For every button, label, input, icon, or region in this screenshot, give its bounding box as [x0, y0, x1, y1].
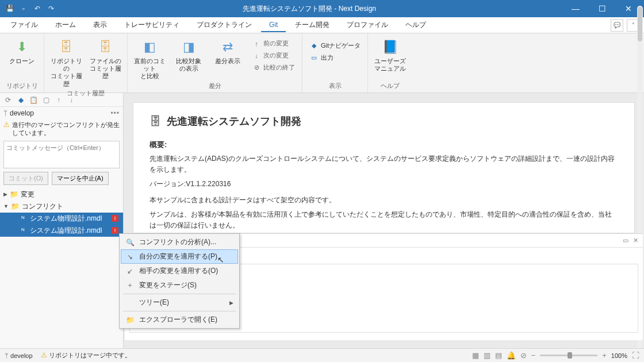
- ctx-analyze-conflict[interactable]: 🔍 コンフリクトの分析(A)...: [121, 235, 238, 249]
- group-label-help: ヘルプ: [373, 80, 407, 93]
- doc-title: 先進運転システムソフト開発: [167, 114, 301, 128]
- ctx-separator: [123, 294, 236, 294]
- compare-prev-button[interactable]: ◧ 直前のコミット と比較: [132, 36, 167, 80]
- refresh-icon[interactable]: ⟳: [3, 96, 13, 104]
- scrollbar-thumb[interactable]: [638, 7, 642, 41]
- close-pane-icon[interactable]: ✕: [633, 237, 638, 244]
- view-mode-2-icon[interactable]: ▥: [484, 351, 490, 360]
- doc-paragraph: 本サンプルに含まれる設計データはすべて架空の内容です。: [150, 195, 618, 206]
- branch-row[interactable]: ᛘ develop •••: [0, 107, 123, 120]
- ctx-apply-theirs[interactable]: ↙ 相手の変更を適用する(O): [121, 264, 238, 278]
- file-history-label: ファイルの コミット履歴: [88, 57, 122, 80]
- apply-mine-icon: ↘: [125, 253, 135, 261]
- folder-icon: 📁: [10, 190, 18, 198]
- clone-button[interactable]: ⬇ クローン: [5, 36, 39, 80]
- manual-label: ユーザーズ マニュアル: [374, 57, 406, 72]
- notification-icon[interactable]: 🔔: [507, 351, 516, 360]
- zoom-thumb[interactable]: [568, 352, 572, 359]
- changes-header[interactable]: ▶ 📁 変更: [0, 188, 123, 201]
- view-mode-1-icon[interactable]: ▦: [472, 351, 479, 360]
- compare-target-button[interactable]: ◨ 比較対象 の表示: [171, 36, 206, 80]
- error-count-icon[interactable]: ⊘: [520, 351, 527, 360]
- ctx-open-explorer[interactable]: 📁 エクスプローラで開く(E): [121, 313, 238, 327]
- diff-view-label: 差分表示: [215, 57, 240, 65]
- status-message: ⚠ リポジトリはマージ中です。: [41, 351, 131, 360]
- ctx-apply-mine[interactable]: ↘ 自分の変更を適用する(P): [121, 249, 238, 264]
- menu-productline[interactable]: プロダクトライン: [189, 18, 260, 32]
- ribbon-group-repository: ⬇ クローン リポジトリ: [0, 33, 44, 93]
- quick-access-toolbar: 💾 ▫ ↶ ↷: [2, 3, 56, 14]
- menu-profile[interactable]: プロファイル: [339, 18, 396, 32]
- zoom-in-icon[interactable]: +: [602, 351, 607, 360]
- statusbar: ᛘ develop ⚠ リポジトリはマージ中です。 ▦ ▥ ▤ 🔔 ⊘ − + …: [0, 348, 644, 362]
- ribbon-group-commit-history: 🗄 リポジトリの コミット履歴 🗄 ファイルの コミット履歴 コミット履歴: [44, 33, 128, 93]
- save-icon[interactable]: 💾: [5, 3, 15, 14]
- doc-title-row: 🗄 先進運転システムソフト開発: [150, 114, 618, 128]
- next-change-button[interactable]: ↓次の変更: [250, 50, 297, 61]
- prev-change-button[interactable]: ↑前の変更: [250, 38, 297, 49]
- stash-icon[interactable]: 📋: [29, 96, 38, 104]
- branch-nav-icon[interactable]: ◆: [16, 96, 25, 104]
- git-navigator-button[interactable]: ◆Gitナビゲータ: [307, 40, 363, 51]
- minimize-icon[interactable]: ―: [562, 0, 589, 17]
- compare-target-icon: ◨: [179, 38, 198, 56]
- repo-history-button[interactable]: 🗄 リポジトリの コミット履歴: [49, 36, 83, 88]
- zoom-value[interactable]: 100%: [611, 352, 627, 359]
- maximize-icon[interactable]: ☐: [589, 0, 615, 17]
- menu-traceability[interactable]: トレーサビリティ: [116, 18, 187, 32]
- menu-view[interactable]: 表示: [85, 18, 115, 32]
- diff-view-icon: ⇄: [218, 38, 237, 56]
- manual-button[interactable]: 📘 ユーザーズ マニュアル: [373, 36, 407, 80]
- down-arrow-icon: ↓: [252, 52, 261, 59]
- redo-icon[interactable]: ↷: [46, 3, 56, 14]
- commit-message-input[interactable]: [3, 141, 120, 168]
- menubar: ファイル ホーム 表示 トレーサビリティ プロダクトライン Git チーム開発 …: [0, 17, 644, 33]
- feedback-icon[interactable]: 💬: [611, 19, 623, 32]
- menu-git[interactable]: Git: [261, 18, 286, 32]
- commit-button[interactable]: コミット(O): [3, 172, 48, 185]
- group-label-repository: リポジトリ: [5, 80, 39, 93]
- zoom-slider[interactable]: [540, 355, 597, 356]
- repo-history-label: リポジトリの コミット履歴: [49, 57, 83, 88]
- overview-label: 概要:: [150, 140, 618, 150]
- stage-icon: ＋: [125, 280, 135, 290]
- ribbon-group-view: ◆Gitナビゲータ ▭出力 表示: [302, 33, 368, 93]
- context-menu: 🔍 コンフリクトの分析(A)... ↘ 自分の変更を適用する(P) ↙ 相手の変…: [119, 233, 240, 329]
- conflict-file-item[interactable]: システム物理設計.nmdl !: [0, 213, 123, 225]
- new-icon[interactable]: ▫: [18, 3, 29, 14]
- branch-menu-icon[interactable]: •••: [110, 109, 120, 117]
- file-icon: [20, 214, 28, 222]
- end-compare-button[interactable]: ⊘比較の終了: [250, 62, 297, 73]
- file-history-button[interactable]: 🗄 ファイルの コミット履歴: [88, 36, 122, 88]
- git-navigator-icon: ◆: [309, 42, 319, 49]
- window-controls: ― ☐ ✕: [562, 0, 642, 17]
- merge-warning: ⚠ 進行中のマージでコンフリクトが発生しています。: [0, 120, 123, 141]
- ctx-tree-submenu[interactable]: ツリー(E) ▶: [121, 295, 238, 310]
- menu-file[interactable]: ファイル: [2, 18, 46, 32]
- conflict-file-item[interactable]: システム論理設計.nmdl !: [0, 225, 123, 237]
- db-icon: 🗄: [150, 115, 161, 128]
- folder-icon: 📁: [11, 202, 20, 210]
- dock-icon[interactable]: ▭: [623, 237, 628, 244]
- view-mode-3-icon[interactable]: ▤: [495, 351, 502, 360]
- zoom-out-icon[interactable]: −: [531, 351, 536, 360]
- conflicts-header[interactable]: ▼ 📁 コンフリクト: [0, 201, 123, 213]
- menu-team[interactable]: チーム開発: [287, 18, 338, 32]
- status-branch[interactable]: ᛘ develop: [5, 352, 33, 359]
- conflicts-label: コンフリクト: [22, 202, 63, 211]
- git-sidebar: ⟳ ◆ 📋 ▢ ↑ ↓ ᛘ develop ••• ⚠ 進行中のマージでコンフリ…: [0, 93, 124, 348]
- ctx-stage-change[interactable]: ＋ 変更をステージ(S): [121, 278, 238, 292]
- explorer-icon: 📁: [125, 316, 135, 324]
- ribbon: ⬇ クローン リポジトリ 🗄 リポジトリの コミット履歴 🗄 ファイルの コミッ…: [0, 33, 644, 93]
- diff-view-button[interactable]: ⇄ 差分表示: [210, 36, 245, 80]
- output-icon: ▭: [309, 54, 319, 61]
- output-button[interactable]: ▭出力: [307, 52, 363, 63]
- menu-home[interactable]: ホーム: [47, 18, 84, 32]
- clone-label: クローン: [9, 57, 34, 65]
- expand-tri-icon: ▼: [3, 203, 9, 209]
- menu-help[interactable]: ヘルプ: [397, 18, 434, 32]
- undo-icon[interactable]: ↶: [32, 3, 43, 14]
- file-name: システム物理設計.nmdl: [30, 214, 102, 224]
- abort-merge-button[interactable]: マージを中止(A): [52, 172, 109, 185]
- fit-icon[interactable]: ⛶: [632, 351, 639, 360]
